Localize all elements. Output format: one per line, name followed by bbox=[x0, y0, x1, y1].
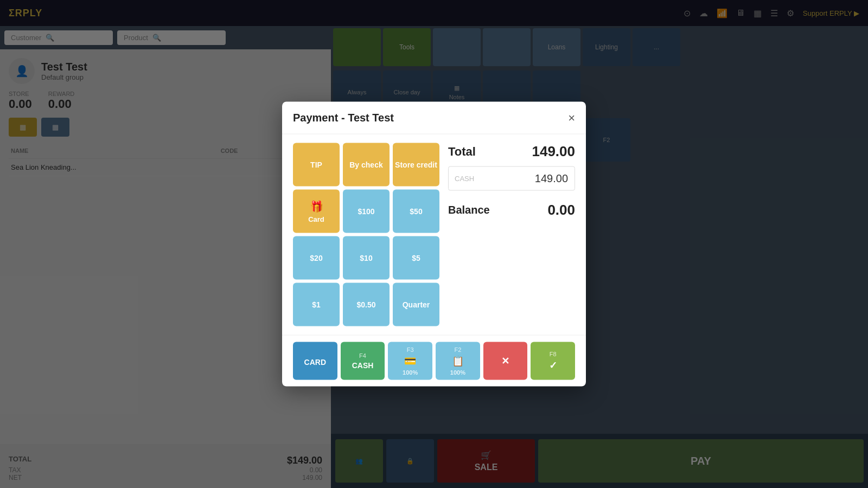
quarter-button[interactable]: Quarter bbox=[393, 283, 439, 326]
cash-input-wrap: CASH bbox=[448, 166, 575, 191]
check-icon: 📋 bbox=[452, 355, 464, 367]
hundred-button[interactable]: $100 bbox=[343, 190, 390, 233]
balance-section: Balance 0.00 bbox=[448, 202, 575, 219]
confirm-button[interactable]: F8 ✓ bbox=[531, 342, 575, 380]
quarter-label: Quarter bbox=[403, 300, 430, 309]
confirm-fkey: F8 bbox=[550, 351, 557, 357]
one-button[interactable]: $1 bbox=[293, 283, 340, 326]
fifty-button[interactable]: $50 bbox=[393, 190, 439, 233]
modal-header: Payment - Test Test × bbox=[282, 102, 586, 134]
total-text: Total bbox=[448, 144, 476, 158]
payment-modal: Payment - Test Test × TIP By check Store… bbox=[282, 102, 586, 387]
balance-text: Balance bbox=[448, 204, 490, 216]
tip-button[interactable]: TIP bbox=[293, 143, 340, 187]
twenty-button[interactable]: $20 bbox=[293, 236, 340, 280]
payment-grid: TIP By check Store credit 🎁 Card $100 bbox=[293, 143, 439, 326]
modal-footer: CARD F4 CASH F3 💳 100% F2 📋 100% ✕ F8 ✓ bbox=[282, 335, 586, 387]
cash-payment-button[interactable]: F4 CASH bbox=[341, 342, 385, 380]
gift-icon: 🎁 bbox=[310, 200, 323, 213]
five-button[interactable]: $5 bbox=[393, 236, 439, 280]
card-label: Card bbox=[308, 215, 324, 223]
modal-close-button[interactable]: × bbox=[568, 112, 575, 124]
cash-input[interactable] bbox=[448, 166, 575, 191]
store-credit-button[interactable]: Store credit bbox=[393, 143, 439, 187]
cancel-icon: ✕ bbox=[501, 355, 509, 367]
tip-label: TIP bbox=[310, 160, 322, 169]
cash-fkey: F4 bbox=[359, 352, 366, 359]
modal-body: TIP By check Store credit 🎁 Card $100 bbox=[282, 134, 586, 335]
payment-row-3: $20 $10 $5 bbox=[293, 236, 439, 280]
ten-label: $10 bbox=[360, 254, 372, 262]
payment-row-4: $1 $0.50 Quarter bbox=[293, 283, 439, 326]
store-credit-label: Store credit bbox=[395, 160, 437, 169]
five-label: $5 bbox=[412, 254, 420, 262]
twenty-label: $20 bbox=[310, 254, 322, 262]
fifty-label: $50 bbox=[410, 207, 422, 216]
halfone-button[interactable]: $0.50 bbox=[343, 283, 390, 326]
cc-pct: 100% bbox=[403, 369, 418, 376]
hundred-label: $100 bbox=[358, 207, 374, 216]
check-fkey: F2 bbox=[454, 346, 461, 353]
total-section: Total 149.00 bbox=[448, 143, 575, 160]
by-check-button[interactable]: By check bbox=[343, 143, 390, 187]
halfone-label: $0.50 bbox=[356, 300, 375, 309]
card-btn-label: CARD bbox=[304, 358, 326, 367]
by-check-label: By check bbox=[349, 160, 382, 169]
ten-button[interactable]: $10 bbox=[343, 236, 390, 280]
cc-payment-button[interactable]: F3 💳 100% bbox=[388, 342, 432, 380]
check-pct: 100% bbox=[450, 369, 465, 376]
cash-btn-label: CASH bbox=[352, 361, 374, 370]
confirm-icon: ✓ bbox=[549, 359, 557, 371]
card-payment-button[interactable]: CARD bbox=[293, 342, 337, 380]
payment-row-2: 🎁 Card $100 $50 bbox=[293, 190, 439, 233]
payment-row-1: TIP By check Store credit bbox=[293, 143, 439, 187]
cc-fkey: F3 bbox=[407, 346, 414, 353]
modal-title: Payment - Test Test bbox=[293, 112, 394, 124]
payment-info: Total 149.00 CASH Balance 0.00 bbox=[448, 143, 575, 326]
one-label: $1 bbox=[312, 300, 321, 309]
balance-amount: 0.00 bbox=[547, 202, 575, 219]
check-payment-button[interactable]: F2 📋 100% bbox=[436, 342, 480, 380]
total-amount: 149.00 bbox=[532, 143, 575, 160]
cc-icon: 💳 bbox=[404, 355, 416, 367]
cancel-button[interactable]: ✕ bbox=[483, 342, 528, 380]
card-gift-button[interactable]: 🎁 Card bbox=[293, 190, 340, 233]
